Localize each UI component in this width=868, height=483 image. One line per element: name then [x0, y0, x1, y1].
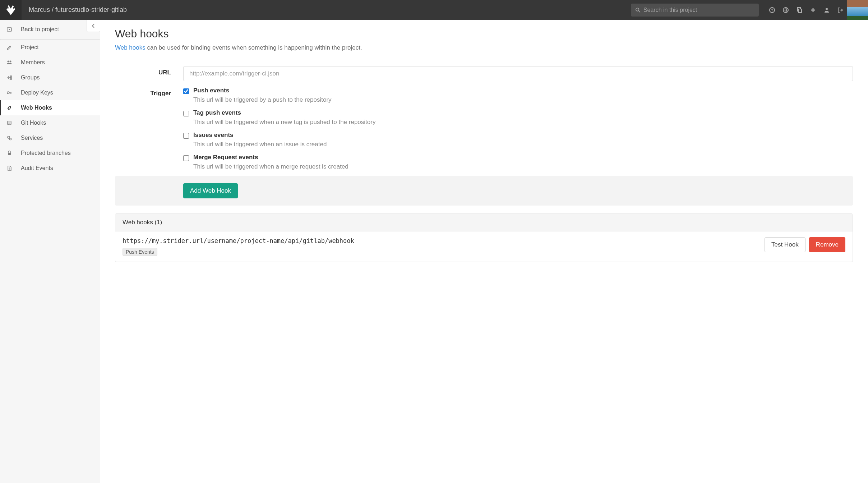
- trigger-list: Push events This url will be triggered b…: [183, 87, 853, 170]
- sidebar-collapse-button[interactable]: [87, 20, 100, 32]
- trigger-checkbox-tag[interactable]: [183, 111, 189, 116]
- avatar[interactable]: [847, 0, 868, 20]
- svg-point-9: [8, 61, 9, 63]
- back-icon: [6, 27, 12, 32]
- sidebar-item-project[interactable]: Project: [0, 40, 100, 55]
- sidebar-item-audit-events[interactable]: Audit Events: [0, 161, 100, 176]
- svg-point-12: [7, 92, 9, 94]
- sidebar-item-label: Web Hooks: [21, 105, 52, 111]
- sidebar-item-label: Deploy Keys: [21, 89, 53, 96]
- sidebar-item-members[interactable]: Members: [0, 55, 100, 70]
- group-icon: [6, 60, 12, 65]
- file-icon: [6, 165, 12, 171]
- url-label: URL: [115, 66, 183, 81]
- svg-point-7: [826, 8, 828, 10]
- main-content: Web hooks Web hooks can be used for bind…: [100, 20, 868, 483]
- git-icon: git: [6, 120, 12, 126]
- page-subtitle: Web hooks can be used for binding events…: [115, 44, 853, 51]
- link-icon: [6, 105, 12, 111]
- form-action-bar: Add Web Hook: [115, 176, 853, 206]
- breadcrumb-project[interactable]: futurestudio-strider-gitlab: [55, 6, 127, 13]
- globe-icon[interactable]: [779, 0, 793, 20]
- sidebar-item-label: Back to project: [21, 26, 59, 33]
- sidebar-item-label: Groups: [21, 74, 40, 81]
- sidebar-back-to-project[interactable]: Back to project: [0, 20, 100, 39]
- search-input[interactable]: [643, 7, 754, 13]
- sidebar-item-protected-branches[interactable]: Protected branches: [0, 146, 100, 161]
- search-icon: [635, 7, 641, 13]
- chevron-left-icon: [91, 23, 96, 29]
- hook-entry: https://my.strider.url/username/project-…: [115, 231, 853, 262]
- hook-url: https://my.strider.url/username/project-…: [123, 237, 354, 244]
- hooks-panel-title: Web hooks (1): [115, 214, 853, 231]
- sidebar-item-label: Audit Events: [21, 165, 53, 171]
- svg-rect-11: [10, 76, 11, 79]
- hook-tag: Push Events: [123, 248, 157, 256]
- trigger-checkbox-merge[interactable]: [183, 155, 189, 161]
- svg-text:?: ?: [771, 8, 773, 12]
- tanuki-icon: [4, 4, 17, 17]
- share-icon: [6, 75, 12, 80]
- sidebar-item-services[interactable]: Services: [0, 130, 100, 146]
- svg-rect-6: [799, 9, 802, 13]
- trigger-issues-events[interactable]: Issues events This url will be triggered…: [183, 132, 853, 148]
- sidebar-item-label: Services: [21, 135, 43, 141]
- logo[interactable]: [0, 0, 22, 20]
- svg-point-15: [8, 136, 10, 138]
- svg-line-1: [638, 10, 640, 12]
- trigger-tag-push-events[interactable]: Tag push events This url will be trigger…: [183, 109, 853, 126]
- svg-rect-17: [8, 153, 11, 155]
- help-icon[interactable]: ?: [765, 0, 779, 20]
- sidebar-item-label: Protected branches: [21, 150, 71, 156]
- trigger-checkbox-issues[interactable]: [183, 133, 189, 139]
- svg-point-0: [636, 8, 639, 11]
- lock-icon: [6, 150, 12, 156]
- search-box[interactable]: [631, 4, 759, 17]
- existing-hooks-panel: Web hooks (1) https://my.strider.url/use…: [115, 213, 853, 262]
- signout-icon[interactable]: [834, 0, 847, 20]
- page-title: Web hooks: [115, 28, 853, 40]
- trigger-label: Trigger: [115, 87, 183, 170]
- sidebar-item-label: Project: [21, 44, 39, 51]
- key-icon: [6, 90, 12, 96]
- webhooks-help-link[interactable]: Web hooks: [115, 44, 146, 51]
- sidebar-item-label: Members: [21, 59, 45, 66]
- user-icon[interactable]: [820, 0, 834, 20]
- sidebar-item-web-hooks[interactable]: Web Hooks: [0, 100, 100, 115]
- sidebar-item-deploy-keys[interactable]: Deploy Keys: [0, 85, 100, 100]
- svg-point-10: [10, 61, 11, 63]
- cogs-icon: [6, 135, 12, 141]
- plus-icon[interactable]: [806, 0, 820, 20]
- sidebar-item-git-hooks[interactable]: git Git Hooks: [0, 115, 100, 130]
- trigger-push-events[interactable]: Push events This url will be triggered b…: [183, 87, 853, 104]
- trigger-merge-request-events[interactable]: Merge Request events This url will be tr…: [183, 154, 853, 170]
- edit-icon: [6, 45, 12, 50]
- svg-text:git: git: [8, 122, 10, 125]
- sidebar-item-groups[interactable]: Groups: [0, 70, 100, 85]
- test-hook-button[interactable]: Test Hook: [765, 237, 805, 252]
- svg-point-16: [10, 138, 11, 140]
- url-input[interactable]: [183, 66, 853, 81]
- breadcrumb-owner[interactable]: Marcus: [29, 6, 50, 13]
- breadcrumb[interactable]: Marcus / futurestudio-strider-gitlab: [22, 6, 127, 14]
- trigger-checkbox-push[interactable]: [183, 88, 189, 94]
- sidebar: Back to project Project Members Groups D…: [0, 20, 100, 483]
- sidebar-item-label: Git Hooks: [21, 120, 46, 126]
- remove-hook-button[interactable]: Remove: [809, 237, 845, 252]
- add-web-hook-button[interactable]: Add Web Hook: [183, 183, 238, 198]
- files-icon[interactable]: [793, 0, 806, 20]
- top-header: Marcus / futurestudio-strider-gitlab ?: [0, 0, 868, 20]
